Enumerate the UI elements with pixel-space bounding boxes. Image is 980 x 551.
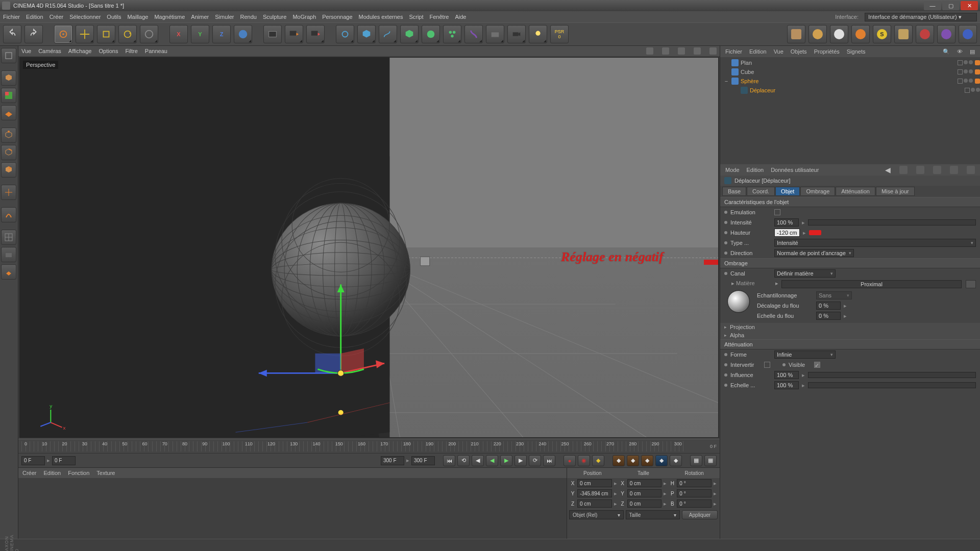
material-menu-item[interactable]: Texture — [96, 470, 115, 476]
echelle-value[interactable]: 100 % — [774, 381, 799, 389]
undo-button[interactable] — [3, 25, 21, 43]
prev-frame[interactable]: ◀ — [472, 455, 484, 466]
layout-6[interactable] — [916, 25, 934, 43]
tree-item[interactable]: Plan — [720, 58, 980, 67]
key-param[interactable]: ◆ — [655, 455, 668, 466]
shader-thumbnail[interactable] — [727, 290, 750, 313]
goto-end[interactable]: ⏭ — [543, 455, 555, 466]
x-axis-lock[interactable]: X — [169, 25, 188, 43]
polygons-mode[interactable] — [1, 162, 16, 178]
add-primitive[interactable] — [357, 25, 376, 43]
play-backward[interactable]: ◀ — [486, 455, 498, 466]
key-rot[interactable]: ◆ — [641, 455, 653, 466]
maximize-button[interactable]: ▢ — [942, 1, 960, 10]
coord-input[interactable]: 0 cm — [627, 499, 662, 508]
view-menu-item[interactable]: Caméras — [38, 48, 61, 54]
object-tree[interactable]: PlanCube−SphèreDéplaceur — [720, 57, 980, 164]
add-spline[interactable] — [379, 25, 397, 43]
menu-item[interactable]: Fenêtre — [430, 14, 449, 20]
attrmgr-menu-item[interactable]: Données utilisateur — [771, 167, 819, 173]
add-subdivision[interactable] — [422, 25, 440, 43]
attr-icon[interactable] — [967, 166, 975, 174]
menu-item[interactable]: Modules externes — [359, 14, 403, 20]
interface-dropdown[interactable]: Interface de démarrage (Utilisateur) ▾ — [865, 13, 977, 21]
attrmgr-menu-item[interactable]: Mode — [725, 167, 740, 173]
tree-item[interactable]: Déplaceur — [720, 86, 980, 95]
projection-expander[interactable]: Projection — [720, 323, 980, 331]
content-browser[interactable] — [787, 25, 805, 43]
rotate-tool[interactable] — [118, 25, 137, 43]
snap-toggle[interactable] — [1, 230, 16, 245]
menu-item[interactable]: Magnétisme — [154, 14, 185, 20]
add-deformer[interactable] — [464, 25, 483, 43]
z-axis-lock[interactable]: Z — [212, 25, 231, 43]
menu-item[interactable]: Outils — [107, 14, 121, 20]
coord-input[interactable]: 0 ° — [677, 489, 712, 497]
material-menu-item[interactable]: Créer — [22, 470, 37, 476]
coord-input[interactable]: -345.894 cm — [577, 489, 612, 497]
coord-input[interactable]: 0 cm — [577, 479, 612, 487]
emulation-checkbox[interactable] — [774, 209, 780, 215]
recent-tool[interactable] — [140, 25, 158, 43]
echantillon-dropdown[interactable]: Sans▾ — [816, 291, 852, 299]
attrmgr-menu-item[interactable]: Edition — [747, 167, 764, 173]
objmgr-menu-item[interactable]: Edition — [749, 48, 767, 55]
view-nav-icon[interactable] — [709, 47, 717, 55]
add-generator[interactable] — [400, 25, 419, 43]
layout-4[interactable]: S — [873, 25, 891, 43]
layout-1[interactable] — [808, 25, 827, 43]
layout-2[interactable] — [830, 25, 848, 43]
menu-item[interactable]: Fichier — [3, 14, 20, 20]
influence-value[interactable]: 100 % — [774, 371, 799, 379]
menu-item[interactable]: Script — [409, 14, 423, 20]
attr-tab[interactable]: Base — [722, 187, 746, 196]
intervertir-checkbox[interactable] — [764, 362, 770, 368]
attr-icon[interactable] — [916, 166, 924, 174]
echelle-slider[interactable] — [808, 382, 976, 388]
key-pos[interactable]: ◆ — [612, 455, 625, 466]
coord-input[interactable]: 0 cm — [577, 499, 612, 508]
attr-tab[interactable]: Ombrage — [800, 187, 835, 196]
view-menu-item[interactable]: Affichage — [68, 48, 92, 54]
render-picture-viewer[interactable] — [285, 25, 303, 43]
scale-tool[interactable] — [97, 25, 115, 43]
menu-item[interactable]: MoGraph — [292, 14, 316, 20]
view-menu-item[interactable]: Panneau — [145, 48, 167, 54]
view-nav-icon[interactable] — [694, 47, 701, 55]
axis-mode[interactable] — [1, 185, 16, 200]
layout-8[interactable] — [959, 25, 977, 43]
timeline-options-2[interactable]: ▦ — [704, 455, 717, 466]
layout-5[interactable] — [894, 25, 913, 43]
filter-icon[interactable]: ▤ — [970, 48, 975, 55]
attr-tab[interactable]: Objet — [775, 187, 800, 196]
texture-mode[interactable] — [1, 88, 16, 103]
goto-next-key[interactable]: ⟳ — [529, 455, 541, 466]
make-editable[interactable] — [1, 48, 16, 63]
edges-mode[interactable] — [1, 145, 16, 160]
record-key[interactable]: ● — [564, 455, 576, 466]
redo-button[interactable] — [24, 25, 43, 43]
hauteur-value[interactable]: -120 cm — [774, 229, 800, 237]
type-dropdown[interactable]: Intensité▾ — [774, 239, 976, 247]
attr-icon[interactable] — [899, 166, 908, 174]
intensite-slider[interactable] — [808, 219, 976, 226]
attr-tab[interactable]: Mise à jour — [876, 187, 915, 196]
view-nav-icon[interactable] — [678, 47, 685, 55]
objmgr-menu-item[interactable]: Objets — [791, 48, 807, 55]
view-menu-item[interactable]: Vue — [21, 48, 31, 54]
add-light[interactable] — [529, 25, 547, 43]
view-menu-item[interactable]: Options — [99, 48, 118, 54]
influence-slider[interactable] — [808, 372, 976, 378]
objmgr-menu-item[interactable]: Vue — [774, 48, 783, 55]
add-environment[interactable] — [486, 25, 504, 43]
range-start[interactable]: 0 F — [21, 456, 45, 465]
close-button[interactable]: ✕ — [961, 1, 978, 10]
tree-item[interactable]: Cube — [720, 67, 980, 77]
objmgr-menu-item[interactable]: Propriétés — [814, 48, 840, 55]
move-tool[interactable] — [76, 25, 94, 43]
render-settings[interactable] — [306, 25, 325, 43]
coord-mode-dropdown[interactable]: Objet (Rel)▾ — [569, 510, 624, 519]
live-select-tool[interactable] — [54, 25, 72, 43]
view-menu-item[interactable]: Filtre — [125, 48, 137, 54]
material-menu-item[interactable]: Fonction — [68, 470, 89, 476]
